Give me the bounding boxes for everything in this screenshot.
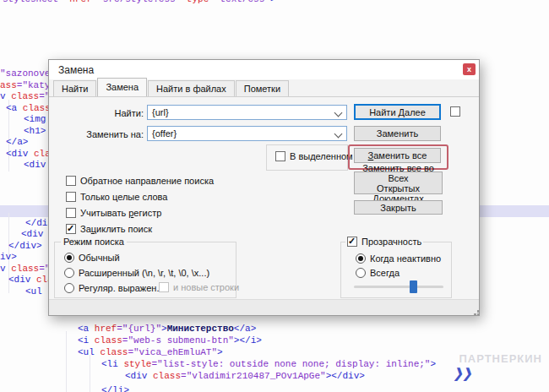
radio-button[interactable] [356, 253, 366, 264]
transparency-slider[interactable] [354, 286, 443, 288]
option-label: Зациклить поиск [80, 224, 152, 234]
chevron-down-icon[interactable] [334, 109, 343, 117]
chevron-down-icon[interactable] [334, 130, 343, 139]
code-line: <h1> [24, 126, 46, 137]
replace-all-button[interactable]: Заменить все [354, 148, 441, 163]
code-line: <div class="vladimir210487_POv1ApGe"></d… [125, 371, 365, 382]
code-line: <div [21, 229, 43, 240]
indent-guide [90, 355, 90, 392]
option-row: Учитывать регистр [66, 208, 161, 218]
swap-direction-checkbox[interactable] [450, 106, 460, 117]
radio-button[interactable] [64, 253, 74, 263]
indent-guide [66, 331, 67, 392]
code-line: v class=" [0, 91, 50, 102]
code-line: <i class="web-s submenu-btn"></i> [78, 335, 262, 346]
option-label: Только целые слова [80, 192, 167, 202]
code-line: stylesheet" href="src/style.css" type="t… [3, 0, 275, 5]
dialog-title: Замена [58, 64, 94, 76]
option-checkbox[interactable] [66, 208, 76, 218]
slider-thumb[interactable] [410, 280, 417, 293]
code-line: iv> [0, 252, 17, 263]
dialog-tabstrip: НайтиЗаменаНайти в файлахПометки [53, 79, 290, 96]
code-line: v class=" [0, 264, 50, 275]
radio-row: Расширенный (\n, \r, \t, \0, \x...) [64, 268, 209, 278]
transparency-label: Прозрачность [361, 237, 421, 247]
code-line: </div> [8, 241, 42, 252]
radio-row: Когда неактивно [356, 253, 441, 264]
code-line: <li style="list-style: outside none none… [101, 359, 436, 370]
dialog-close-button[interactable]: x [463, 63, 476, 75]
radio-button[interactable] [64, 283, 74, 293]
replace-all-docs-line1: Заменить все во Всех [360, 163, 437, 183]
dialog-titlebar[interactable]: Замена x [49, 60, 479, 79]
radio-label: Когда неактивно [370, 253, 441, 264]
dialog-tab-inactive[interactable]: Найти [53, 80, 96, 96]
replace-dialog: Замена x НайтиЗаменаНайти в файлахПометк… [48, 59, 480, 316]
option-row: Только целые слова [66, 192, 167, 202]
resize-grip[interactable] [470, 306, 477, 313]
close-button[interactable]: Закрыть [354, 200, 443, 215]
option-checkbox[interactable] [66, 192, 76, 202]
radio-row: Всегда [356, 268, 400, 278]
transparency-row: Прозрачность [345, 237, 423, 247]
code-line: </a> [6, 137, 28, 148]
code-line: <ul [25, 286, 42, 297]
in-selection-checkbox[interactable] [275, 151, 285, 161]
code-line: <img [24, 114, 46, 125]
code-line: <ul class="vica_ehEmluAT"> [78, 347, 223, 358]
dialog-status-strip [49, 299, 479, 315]
dialog-tab-inactive[interactable]: Найти в файлах [148, 80, 235, 96]
dialog-tab-inactive[interactable]: Пометки [236, 80, 289, 96]
code-line: <a class [6, 103, 51, 114]
code-line: </di [25, 218, 47, 229]
radio-row: Обычный [64, 253, 120, 263]
matches-newline-label: и новые строки [173, 282, 239, 292]
option-label: Обратное направление поиска [80, 176, 214, 186]
radio-label: Всегда [370, 268, 400, 278]
newlines-row: и новые строки [159, 282, 239, 292]
option-row: Зациклить поиск [66, 224, 152, 234]
replace-all-open-docs-button[interactable]: Заменить все во Всех Открытых Документах [354, 172, 443, 194]
matches-newline-checkbox[interactable] [159, 282, 169, 292]
code-line: <div cla [6, 149, 51, 160]
radio-label: Регуляр. выражен. [79, 283, 159, 293]
replace-button[interactable]: Заменить [354, 126, 441, 141]
option-row: Обратное направление поиска [66, 176, 214, 186]
code-line: <div cla [8, 275, 53, 286]
code-line: <div [24, 160, 46, 171]
code-line: ass="katy [0, 80, 50, 91]
search-mode-title: Режим поиска [61, 237, 127, 247]
radio-label: Расширенный (\n, \r, \t, \0, \x...) [79, 268, 209, 278]
replace-input[interactable]: {offer} [147, 126, 347, 141]
find-label: Найти: [100, 108, 144, 118]
radio-button[interactable] [64, 268, 74, 278]
transparency-checkbox[interactable] [347, 237, 357, 247]
radio-button[interactable] [356, 268, 366, 278]
dialog-tab-active[interactable]: Замена [97, 78, 147, 96]
radio-label: Обычный [79, 253, 120, 263]
in-selection-label: В выделенном [290, 151, 353, 161]
in-selection-row: В выделенном [275, 151, 353, 161]
watermark-text: ПАРТНЕРКИН [459, 352, 542, 365]
radio-row: Регуляр. выражен. [64, 283, 159, 293]
replace-value: {offer} [152, 128, 177, 139]
close-icon: x [467, 65, 471, 74]
code-line: </li> [101, 385, 129, 392]
replace-with-label: Заменить на: [78, 129, 144, 139]
watermark-logo-icon: ❯❯ [453, 366, 474, 380]
option-checkbox[interactable] [66, 176, 76, 186]
find-input[interactable]: {url} [147, 105, 347, 120]
code-line: "sazonove [0, 68, 50, 79]
code-line: <a href="{url}">Министерство</a> [78, 324, 256, 335]
option-label: Учитывать регистр [80, 208, 161, 218]
find-next-button[interactable]: Найти Далее [354, 104, 441, 120]
npp-editor-window: stylesheet" href="src/style.css" type="t… [0, 0, 549, 392]
option-checkbox[interactable] [66, 224, 76, 234]
find-value: {url} [152, 107, 169, 117]
